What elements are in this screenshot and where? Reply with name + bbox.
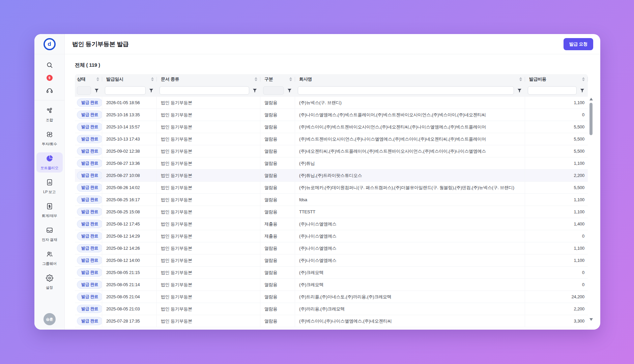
table-row[interactable]: 발급 완료2025-08-26 14:02법인 등기부등본열람용(주)뉴로메카,…	[75, 182, 588, 194]
status-cell: 발급 완료	[75, 206, 102, 218]
table-filter-row	[75, 84, 588, 97]
date-cell: 2025-08-25 16:17	[102, 194, 157, 206]
table-row[interactable]: 발급 완료2025-10-14 15:57법인 등기부등본열람용(주)넥스아이,…	[75, 121, 588, 133]
purpose-cell: 열람용	[260, 291, 295, 303]
finance-doc-icon	[46, 203, 53, 211]
company-cell: (주)크레모텍	[295, 279, 525, 291]
sidebar-item-settings[interactable]: 설정	[36, 272, 63, 292]
status-filter-input[interactable]	[77, 86, 91, 95]
table-row[interactable]: 발급 완료2025-10-13 17:43법인 등기부등본열람용(주)넥스트젠바…	[75, 133, 588, 145]
sidebar-item-finance[interactable]: 회계/재무	[36, 200, 63, 220]
notification-badge[interactable]: 9	[47, 75, 53, 81]
date-cell: 2025-08-12 17:45	[102, 218, 157, 230]
filter-funnel-icon[interactable]	[517, 88, 522, 93]
user-avatar[interactable]: 승훈	[44, 313, 56, 325]
date-cell: 2025-08-05 21:03	[102, 303, 157, 315]
filter-funnel-icon[interactable]	[252, 88, 257, 93]
cost-cell: 5,500	[525, 133, 588, 145]
status-cell: 발급 완료	[75, 279, 102, 291]
sort-icon[interactable]	[289, 77, 292, 81]
table-row[interactable]: 발급 완료2025-08-27 13:36법인 등기부등본열람용(주)튜닙1,1…	[75, 157, 588, 170]
table-row[interactable]: 발급 완료2025-08-05 21:04법인 등기부등본열람용(주)트리플,(…	[75, 291, 588, 303]
filter-funnel-icon[interactable]	[580, 88, 585, 93]
filter-funnel-icon[interactable]	[287, 88, 292, 93]
cost-cell: 1,100	[525, 97, 588, 109]
table-row[interactable]: 발급 완료2025-08-12 14:26법인 등기부등본열람용(주)나이스엘엠…	[75, 242, 588, 254]
purpose-cell: 열람용	[260, 109, 295, 121]
status-badge: 발급 완료	[77, 111, 102, 119]
company-cell: (주)넥스트젠바이오사이언스,(주)나이스엘엠에스,(주)넥스아이,(주)네오젠…	[295, 133, 525, 145]
sidebar-nav: 조합투자/회수포트폴리오LP 보고회계/재무전자 결재그룹웨어설정	[36, 104, 63, 292]
sidebar-item-portfolio[interactable]: 포트폴리오	[36, 152, 63, 173]
table-row[interactable]: 발급 완료2025-08-05 21:15법인 등기부등본열람용(주)크레모텍0	[75, 267, 588, 279]
scrollbar-thumb[interactable]	[589, 103, 593, 135]
status-badge: 발급 완료	[77, 280, 102, 289]
cost-cell: 0	[525, 230, 588, 242]
status-cell: 발급 완료	[75, 133, 102, 145]
table-row[interactable]: 발급 완료2025-10-16 13:35법인 등기부등본열람용(주)나이스엘엠…	[75, 109, 588, 121]
table-row[interactable]: 발급 완료2025-08-05 21:14법인 등기부등본열람용(주)크레모텍0	[75, 279, 588, 291]
inbox-icon	[46, 226, 53, 235]
company-filter-input[interactable]	[298, 86, 514, 95]
doc-filter-input[interactable]	[160, 86, 249, 95]
cost-cell: 1,100	[525, 194, 588, 206]
purpose-cell: 열람용	[260, 206, 295, 218]
table-row[interactable]: 발급 완료2025-08-12 14:00법인 등기부등본열람용(주)나이스엘엠…	[75, 254, 588, 267]
status-badge: 발급 완료	[77, 232, 102, 240]
table-scrollbar[interactable]	[589, 98, 593, 321]
company-cell: (주)뉴로메카,(주)데이원컴퍼니(구. 패스트캠퍼스),(주)더블유아일랜드(…	[295, 182, 525, 193]
scroll-up-icon[interactable]	[589, 98, 593, 100]
app-window: d 9 조합투자/회수포트폴리오LP 보고회계/재무전자 결재그룹웨어설정 승훈	[34, 34, 600, 330]
date-filter-input[interactable]	[105, 86, 146, 95]
date-cell: 2025-10-14 15:57	[102, 121, 157, 133]
sidebar-item-lp-report[interactable]: LP 보고	[36, 176, 63, 196]
doc-type-cell: 법인 등기부등본	[157, 230, 260, 242]
sort-icon[interactable]	[151, 77, 154, 81]
status-cell: 발급 완료	[75, 170, 102, 181]
column-label: 회사명	[299, 76, 312, 82]
headset-icon[interactable]	[46, 87, 54, 95]
search-icon[interactable]	[46, 61, 54, 69]
table-row[interactable]: 발급 완료2026-01-05 18:56법인 등기부등본열람용(주)뉴넥스(구…	[75, 97, 588, 109]
doc-type-cell: 법인 등기부등본	[157, 267, 260, 278]
status-badge: 발급 완료	[77, 195, 102, 204]
sort-icon[interactable]	[96, 77, 99, 81]
sort-icon[interactable]	[255, 77, 257, 81]
company-cell: (주)까리용,(주)크레모텍	[295, 303, 525, 315]
sidebar-item-johap[interactable]: 조합	[36, 104, 63, 125]
filter-cell-date	[102, 84, 157, 97]
table-row[interactable]: 발급 완료2025-09-02 12:38법인 등기부등본열람용(주)네오젠티씨…	[75, 145, 588, 157]
cost-filter-input[interactable]	[528, 86, 577, 95]
table-row[interactable]: 발급 완료2025-08-12 14:29법인 등기부등본제출용(주)나이스엘엠…	[75, 230, 588, 242]
purpose-cell: 열람용	[260, 194, 295, 206]
scroll-down-icon[interactable]	[589, 318, 593, 321]
date-cell: 2025-09-02 12:38	[102, 145, 157, 157]
table-row[interactable]: 발급 완료2025-08-27 10:08법인 등기부등본열람용(주)튜닙,(주…	[75, 170, 588, 182]
status-badge: 발급 완료	[77, 147, 102, 155]
filter-funnel-icon[interactable]	[149, 88, 154, 93]
filter-funnel-icon[interactable]	[94, 88, 99, 93]
sidebar-item-label: 조합	[46, 118, 53, 123]
doc-type-cell: 법인 등기부등본	[157, 182, 260, 193]
sidebar-item-invest[interactable]: 투자/회수	[36, 128, 63, 149]
purpose-cell: 열람용	[260, 267, 295, 278]
table-row[interactable]: 발급 완료2025-08-25 15:08법인 등기부등본열람용TTESTT1,…	[75, 206, 588, 218]
status-badge: 발급 완료	[77, 208, 102, 216]
sidebar-item-groupware[interactable]: 그룹웨어	[36, 248, 63, 268]
filter-cell-company	[295, 84, 525, 97]
company-cell: (주)넥스아이,(주)나이스엘엠에스,(주)네오젠티씨	[295, 315, 525, 327]
table-row[interactable]: 발급 완료2025-07-28 17:35법인 등기부등본열람용(주)넥스아이,…	[75, 315, 588, 327]
sidebar-item-approval[interactable]: 전자 결재	[36, 224, 63, 244]
table-row[interactable]: 발급 완료2025-08-25 16:17법인 등기부등본열람용fdsa1,10…	[75, 194, 588, 206]
column-label: 구분	[264, 76, 273, 82]
issue-request-button[interactable]: 발급 요청	[564, 38, 593, 50]
purpose-cell: 제출용	[260, 218, 295, 230]
sort-icon[interactable]	[582, 77, 585, 81]
filter-cell-cost	[525, 84, 588, 97]
type-filter-input[interactable]	[263, 86, 284, 95]
sidebar-logo-area: d	[34, 34, 64, 54]
table-row[interactable]: 발급 완료2025-08-05 21:03법인 등기부등본열람용(주)까리용,(…	[75, 303, 588, 315]
table-row[interactable]: 발급 완료2025-08-12 17:45법인 등기부등본제출용(주)나이스엘엠…	[75, 218, 588, 230]
app-logo[interactable]: d	[44, 38, 56, 50]
sort-icon[interactable]	[519, 77, 522, 81]
